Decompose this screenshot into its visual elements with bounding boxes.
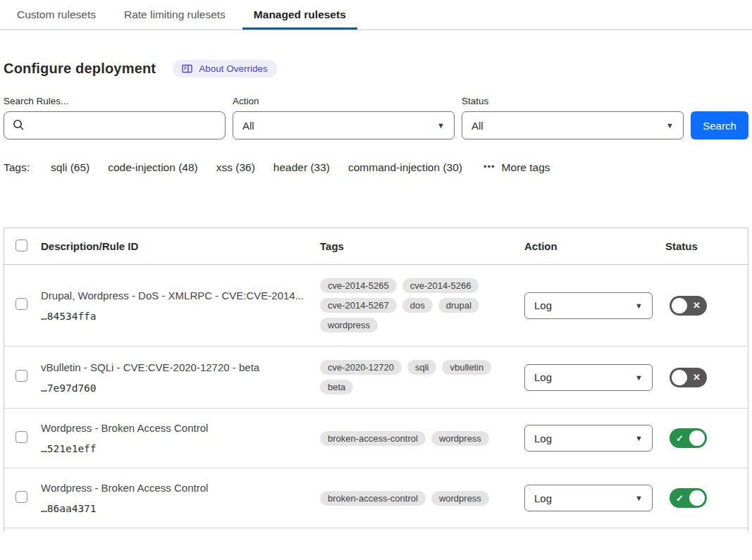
row-checkbox[interactable] — [16, 431, 27, 443]
chevron-down-icon: ▼ — [635, 373, 643, 382]
rules-table: Description/Rule ID Tags Action Status D… — [4, 228, 748, 532]
chevron-down-icon: ▼ — [635, 301, 643, 310]
chevron-down-icon: ▼ — [437, 121, 445, 130]
rule-id: …86aa4371 — [41, 503, 320, 514]
status-filter-label: Status — [462, 96, 684, 106]
tag-pill: broken-access-control — [320, 431, 426, 446]
tag-link-code-injection[interactable]: code-injection (48) — [108, 161, 198, 174]
chevron-down-icon: ▼ — [635, 494, 643, 502]
tab-custom-rulesets[interactable]: Custom rulesets — [6, 0, 107, 30]
ellipsis-icon: ••• — [483, 161, 495, 172]
check-icon: ✓ — [672, 494, 688, 503]
status-toggle[interactable]: ✕ — [670, 368, 707, 387]
rule-description: Drupal, Wordpress - DoS - XMLRPC - CVE:C… — [41, 290, 320, 301]
tag-pill: wordpress — [431, 431, 489, 446]
search-button[interactable]: Search — [691, 111, 748, 139]
x-icon: ✕ — [689, 373, 705, 382]
toggle-knob — [689, 430, 705, 446]
rule-id: …7e97d760 — [41, 382, 320, 394]
rule-description: Wordpress - Broken Access Control — [41, 482, 320, 494]
row-checkbox[interactable] — [16, 298, 27, 310]
tag-pill: drupal — [438, 298, 479, 313]
tag-pill: beta — [320, 380, 353, 394]
row-checkbox[interactable] — [16, 491, 27, 503]
tag-pill: cve-2014-5267 — [320, 298, 397, 313]
page-title: Configure deployment — [4, 61, 156, 77]
row-action-value: Log — [534, 299, 552, 311]
x-icon: ✕ — [689, 301, 705, 310]
rule-tags: broken-access-controlwordpress — [320, 491, 524, 506]
table-header-row: Description/Rule ID Tags Action Status — [4, 228, 748, 265]
row-action-value: Log — [534, 371, 552, 383]
rule-id: …84534ffa — [41, 311, 320, 322]
tab-rate-limiting-rulesets[interactable]: Rate limiting rulesets — [113, 0, 237, 30]
tag-link-xss[interactable]: xss (36) — [216, 161, 255, 174]
rule-id: …521e1eff — [41, 443, 320, 454]
row-action-value: Log — [534, 433, 552, 444]
row-action-select[interactable]: Log ▼ — [524, 485, 653, 511]
tags-bar: Tags: sqli (65) code-injection (48) xss … — [4, 161, 748, 174]
status-toggle[interactable]: ✕ — [670, 296, 707, 316]
tag-pill: cve-2014-5266 — [402, 278, 479, 293]
check-icon: ✓ — [672, 434, 688, 443]
toggle-knob — [672, 370, 687, 385]
action-filter-select[interactable]: All ▼ — [233, 111, 455, 139]
about-overrides-badge[interactable]: About Overrides — [173, 60, 277, 77]
table-row: Wordpress - Broken Access Control …86aa4… — [4, 468, 748, 528]
chevron-down-icon: ▼ — [635, 434, 643, 442]
toggle-knob — [672, 298, 687, 313]
toggle-knob — [689, 490, 705, 506]
tag-pill: cve-2020-12720 — [320, 360, 402, 375]
rule-tags: cve-2014-5265cve-2014-5266cve-2014-5267d… — [320, 278, 524, 332]
search-rules-label: Search Rules... — [4, 96, 226, 106]
next-row-cutoff — [4, 528, 748, 532]
tag-pill: broken-access-control — [320, 491, 426, 506]
search-rules-input[interactable] — [4, 111, 226, 139]
tag-pill: wordpress — [431, 491, 489, 506]
action-filter-label: Action — [233, 96, 455, 106]
more-tags-label: More tags — [502, 161, 550, 174]
tab-managed-rulesets[interactable]: Managed rulesets — [242, 0, 357, 30]
tags-bar-label: Tags: — [4, 161, 30, 174]
row-action-select[interactable]: Log ▼ — [524, 292, 653, 319]
rule-tags: cve-2020-12720sqlivbulletinbeta — [320, 360, 524, 394]
column-header-status: Status — [665, 240, 748, 252]
rule-description: Wordpress - Broken Access Control — [41, 422, 320, 434]
tag-pill: sqli — [407, 360, 437, 375]
table-row: Wordpress - Broken Access Control …521e1… — [4, 409, 748, 468]
tag-link-header[interactable]: header (33) — [273, 161, 330, 174]
status-toggle[interactable]: ✓ — [670, 428, 707, 448]
table-row: Drupal, Wordpress - DoS - XMLRPC - CVE:C… — [4, 265, 748, 347]
table-row: vBulletin - SQLi - CVE:CVE-2020-12720 - … — [4, 347, 748, 409]
search-icon — [13, 119, 25, 134]
column-header-action: Action — [524, 240, 665, 252]
tag-pill: wordpress — [320, 318, 378, 332]
row-checkbox[interactable] — [16, 370, 27, 382]
row-action-value: Log — [534, 492, 552, 504]
row-action-select[interactable]: Log ▼ — [524, 425, 653, 452]
status-filter-value: All — [471, 120, 483, 132]
select-all-checkbox[interactable] — [16, 239, 27, 251]
tag-link-command-injection[interactable]: command-injection (30) — [348, 161, 462, 174]
action-filter-value: All — [242, 120, 254, 132]
tag-pill: cve-2014-5265 — [320, 278, 397, 293]
status-toggle[interactable]: ✓ — [670, 488, 707, 508]
rule-description: vBulletin - SQLi - CVE:CVE-2020-12720 - … — [41, 361, 320, 373]
tag-pill: vbulletin — [442, 360, 491, 375]
row-action-select[interactable]: Log ▼ — [524, 364, 653, 391]
about-overrides-label: About Overrides — [199, 63, 268, 74]
more-tags-button[interactable]: ••• More tags — [483, 161, 550, 174]
status-filter-select[interactable]: All ▼ — [462, 111, 684, 139]
tag-pill: dos — [402, 298, 433, 313]
tag-link-sqli[interactable]: sqli (65) — [51, 161, 90, 174]
chevron-down-icon: ▼ — [666, 121, 674, 130]
rule-tags: broken-access-controlwordpress — [320, 431, 524, 446]
column-header-description: Description/Rule ID — [41, 240, 320, 252]
column-header-tags: Tags — [320, 240, 524, 252]
book-icon — [182, 64, 192, 73]
ruleset-tabs: Custom rulesets Rate limiting rulesets M… — [0, 0, 752, 30]
